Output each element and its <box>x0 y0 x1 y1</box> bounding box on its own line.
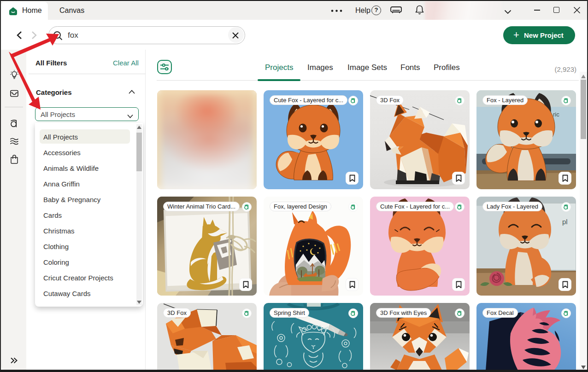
svg-text:pl: pl <box>562 218 568 226</box>
svg-text:ric: ric <box>553 111 559 118</box>
